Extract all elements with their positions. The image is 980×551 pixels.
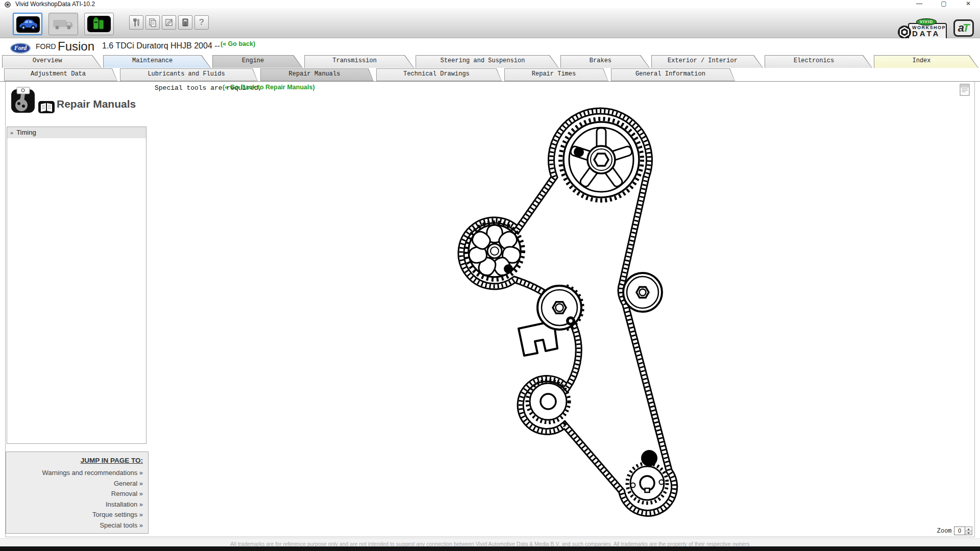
minimize-button[interactable]: — [912, 0, 927, 8]
spinner-up-icon: ▲ [965, 527, 972, 531]
vehicle-model: Fusion [58, 39, 94, 54]
car-icon [16, 16, 40, 33]
footer: All trademarks are for reference purpose… [0, 538, 980, 546]
topic-list: »Timing [7, 127, 146, 444]
main-tab-bar: Overview Maintenance Engine Transmission… [2, 55, 978, 68]
list-item-timing[interactable]: »Timing [7, 127, 146, 138]
car-mode-button[interactable] [13, 13, 42, 35]
camshaft-sprocket [560, 119, 642, 201]
tools-icon [132, 18, 141, 27]
vehicle-bar: Ford FORD Fusion 1.6 TDCi Duratorq HHJB … [0, 38, 980, 55]
ati-logo: aT [953, 19, 974, 37]
tab-electronics[interactable]: Electronics [765, 55, 872, 68]
copy-icon [148, 18, 157, 27]
subtab-technical-drawings[interactable]: Technical Drawings [376, 68, 502, 81]
bottom-bar [0, 546, 980, 551]
zoom-input[interactable]: 0 [954, 527, 965, 535]
tab-steering-suspension[interactable]: Steering and Suspension [415, 55, 559, 68]
page-title: Repair Manuals [57, 98, 136, 110]
maximize-button[interactable]: ▢ [936, 0, 951, 8]
subtab-adjustment-data[interactable]: Adjustment Data [4, 68, 117, 81]
tensioner [519, 286, 583, 356]
crankshaft-sprocket [627, 450, 667, 503]
copy-button[interactable] [145, 15, 160, 30]
equipment-icon [87, 16, 111, 32]
zoom-spinner[interactable]: ▲▼ [965, 527, 972, 535]
ford-logo: Ford [10, 43, 31, 54]
idler-pulley [623, 273, 662, 312]
item-marker: » [10, 130, 13, 136]
calculator-icon [181, 18, 190, 27]
jump-link-removal[interactable]: Removal » [6, 489, 143, 499]
jump-link-installation[interactable]: Installation » [6, 499, 143, 510]
subtab-repair-manuals[interactable]: Repair Manuals [260, 68, 374, 81]
cam-timing-mark [574, 147, 584, 157]
go-back-link[interactable]: (« Go back) [220, 40, 255, 47]
jump-link-warnings[interactable]: Warnings and recommendations » [6, 468, 143, 479]
timing-belt-diagram [434, 97, 695, 531]
note-icon [164, 18, 174, 27]
print-icon [959, 84, 971, 97]
print-button[interactable] [959, 84, 971, 97]
manual-book-icon [38, 100, 55, 116]
zoom-label: Zoom [937, 528, 952, 535]
tab-overview[interactable]: Overview [2, 55, 102, 68]
tools-button[interactable] [129, 15, 143, 30]
spinner-down-icon: ▼ [965, 531, 972, 535]
close-button[interactable]: ✕ [961, 0, 976, 8]
sub-tab-bar: Adjustment Data Lubricants and Fluids Re… [4, 68, 980, 81]
content-area: Repair Manuals »Timing JUMP IN PAGE TO: … [5, 82, 975, 537]
jump-link-special-tools[interactable]: Special tools » [6, 520, 143, 531]
zoom-control: Zoom 0▲▼ [937, 527, 972, 536]
subtab-general-information[interactable]: General Information [611, 68, 735, 81]
toolbar: ? VIVID WORKSHOP DATA aT [0, 8, 980, 38]
tab-exterior-interior[interactable]: Exterior / Interior [651, 55, 763, 68]
jump-panel-title: JUMP IN PAGE TO: [6, 457, 143, 464]
truck-icon [52, 16, 75, 32]
window-title: Vivid WorkshopData ATI-10.2 [15, 1, 95, 8]
tab-brakes[interactable]: Brakes [560, 55, 650, 68]
vivid-badge: VIVID [916, 18, 937, 26]
jump-link-general[interactable]: General » [6, 479, 143, 489]
jump-in-page-panel: JUMP IN PAGE TO: Warnings and recommenda… [6, 452, 149, 534]
title-bar: Vivid WorkshopData ATI-10.2 — ▢ ✕ [0, 0, 980, 8]
subtab-lubricants-fluids[interactable]: Lubricants and Fluids [120, 68, 258, 81]
tab-transmission[interactable]: Transmission [304, 55, 414, 68]
pump-timing-mark [504, 264, 513, 273]
vehicle-make: FORD [36, 42, 56, 51]
back-to-repair-manuals-link[interactable]: (« Go Back to Repair Manuals) [223, 84, 315, 91]
note-button[interactable] [162, 15, 176, 30]
equipment-mode-button[interactable] [84, 13, 114, 35]
jump-link-torque-settings[interactable]: Torque settings » [6, 510, 143, 520]
engine-icon [11, 87, 36, 116]
tab-engine[interactable]: Engine [212, 55, 303, 68]
truck-mode-button[interactable] [48, 13, 78, 35]
tab-index[interactable]: Index [874, 55, 978, 68]
vehicle-spec: 1.6 TDCi Duratorq HHJB 2004 -- [102, 41, 220, 51]
help-icon: ? [199, 17, 204, 28]
calculator-button[interactable] [178, 15, 192, 30]
subtab-repair-times[interactable]: Repair Times [504, 68, 608, 81]
help-button[interactable]: ? [194, 15, 209, 30]
tab-maintenance[interactable]: Maintenance [103, 55, 211, 68]
